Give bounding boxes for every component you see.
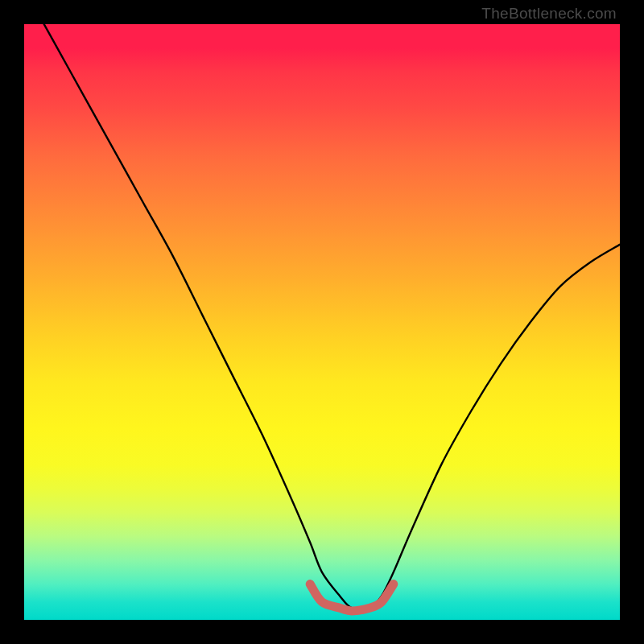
- watermark-text: TheBottleneck.com: [481, 5, 617, 23]
- plot-area: [24, 24, 620, 620]
- curve-svg: [24, 24, 620, 620]
- bottleneck-curve: [24, 24, 620, 609]
- chart-frame: TheBottleneck.com: [0, 0, 644, 644]
- bottom-highlight-stroke: [310, 584, 394, 611]
